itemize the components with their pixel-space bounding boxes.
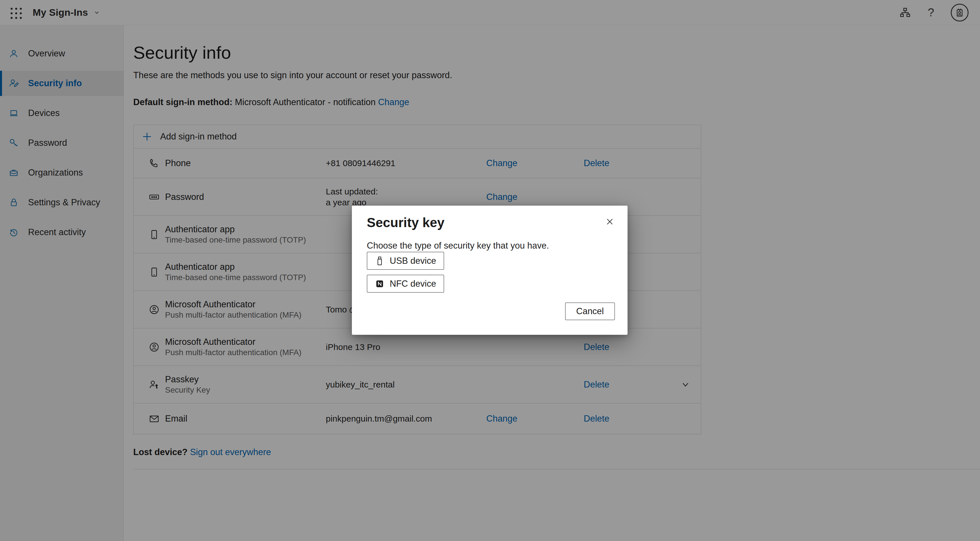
my-signins-app: My Sign-Ins ? [0,0,980,541]
cancel-button[interactable]: Cancel [565,302,615,320]
close-icon[interactable] [603,215,616,228]
nfc-icon [375,279,385,289]
usb-device-button[interactable]: USB device [367,252,444,270]
usb-stick-icon [375,256,385,266]
security-key-dialog: Security key Choose the type of security… [352,206,628,335]
dialog-title: Security key [367,215,444,230]
dialog-description: Choose the type of security key that you… [367,241,549,251]
nfc-device-button[interactable]: NFC device [367,274,444,293]
